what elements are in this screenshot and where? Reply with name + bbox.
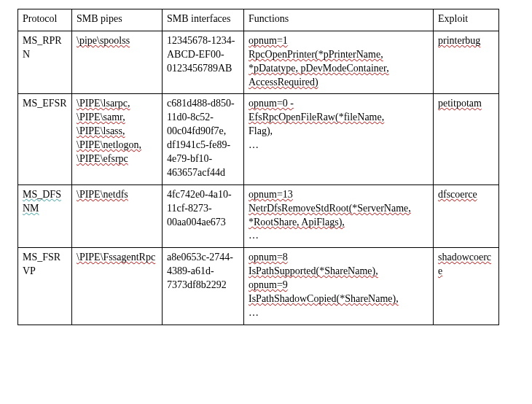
cell-funcs: opnum=0 - EfsRpcOpenFileRaw(*fileName, F… [244, 94, 434, 184]
table-row: MS_RPRN \pipe\spoolss 12345678-1234-ABCD… [18, 31, 499, 94]
table-header-row: Protocol SMB pipes SMB interfaces Functi… [18, 9, 499, 31]
col-protocol: Protocol [18, 9, 72, 31]
cell-protocol: MS_FSRVP [18, 248, 72, 325]
cell-ifaces: 4fc742e0-4a10-11cf-8273-00aa004ae673 [163, 184, 244, 248]
col-smb-interfaces: SMB interfaces [163, 9, 244, 31]
cell-protocol: MS_DFSNM [18, 184, 72, 248]
cell-ifaces: 12345678-1234-ABCD-EF00-0123456789AB [163, 31, 244, 94]
col-exploit: Exploit [434, 9, 499, 31]
cell-exploit: petitpotam [434, 94, 499, 184]
document-page: Protocol SMB pipes SMB interfaces Functi… [0, 0, 503, 340]
cell-pipes: \PIPE\netdfs [72, 184, 163, 248]
table-row: MS_EFSR \PIPE\lsarpc, \PIPE\samr, \PIPE\… [18, 94, 499, 184]
cell-pipes: \PIPE\lsarpc, \PIPE\samr, \PIPE\lsass, \… [72, 94, 163, 184]
cell-funcs: opnum=13 NetrDfsRemoveStdRoot(*ServerNam… [244, 184, 434, 248]
cell-pipes: \PIPE\FssagentRpc [72, 248, 163, 325]
table-row: MS_FSRVP \PIPE\FssagentRpc a8e0653c-2744… [18, 248, 499, 325]
cell-protocol: MS_EFSR [18, 94, 72, 184]
protocol-table: Protocol SMB pipes SMB interfaces Functi… [17, 9, 499, 325]
cell-exploit: shadowcoerce [434, 248, 499, 325]
cell-exploit: printerbug [434, 31, 499, 94]
cell-funcs: opnum=1 RpcOpenPrinter(*pPrinterName, *p… [244, 31, 434, 94]
col-smb-pipes: SMB pipes [72, 9, 163, 31]
cell-ifaces: a8e0653c-2744-4389-a61d-7373df8b2292 [163, 248, 244, 325]
col-functions: Functions [244, 9, 434, 31]
cell-protocol: MS_RPRN [18, 31, 72, 94]
cell-pipes: \pipe\spoolss [72, 31, 163, 94]
table-row: MS_DFSNM \PIPE\netdfs 4fc742e0-4a10-11cf… [18, 184, 499, 248]
cell-funcs: opnum=8 IsPathSupported(*ShareName), opn… [244, 248, 434, 325]
cell-exploit: dfscoerce [434, 184, 499, 248]
cell-ifaces: c681d488-d850-11d0-8c52-00c04fd90f7e, df… [163, 94, 244, 184]
